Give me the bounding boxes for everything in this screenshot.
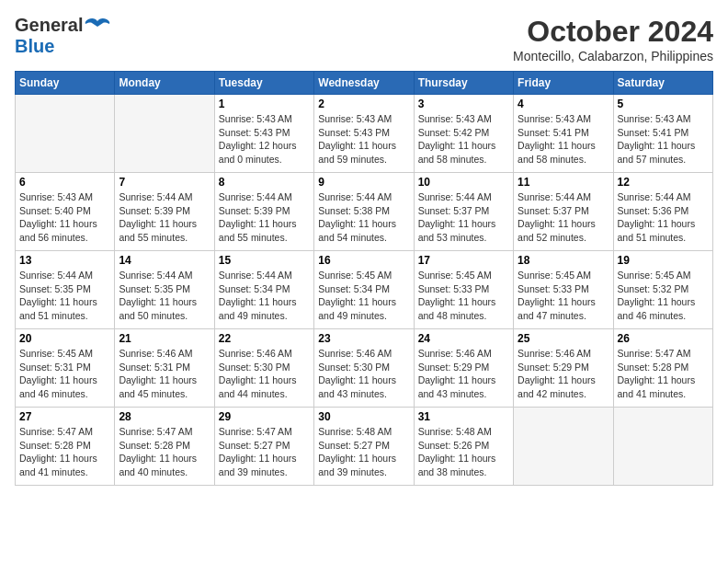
day-info: Sunrise: 5:43 AMSunset: 5:43 PMDaylight:…: [219, 112, 310, 167]
day-number: 24: [418, 332, 509, 345]
day-info: Sunrise: 5:45 AMSunset: 5:33 PMDaylight:…: [518, 269, 609, 323]
calendar-cell: [514, 408, 613, 486]
calendar-cell: 4Sunrise: 5:43 AMSunset: 5:41 PMDaylight…: [514, 95, 613, 173]
calendar-cell: 27Sunrise: 5:47 AMSunset: 5:28 PMDayligh…: [16, 408, 115, 486]
day-number: 6: [19, 176, 110, 189]
calendar-cell: 16Sunrise: 5:45 AMSunset: 5:34 PMDayligh…: [314, 251, 414, 329]
day-info: Sunrise: 5:43 AMSunset: 5:40 PMDaylight:…: [19, 190, 110, 245]
header-sunday: Sunday: [16, 72, 115, 95]
calendar-cell: 13Sunrise: 5:44 AMSunset: 5:35 PMDayligh…: [16, 251, 115, 329]
day-number: 4: [518, 98, 609, 110]
day-number: 5: [618, 98, 709, 110]
day-number: 8: [219, 176, 310, 189]
day-info: Sunrise: 5:44 AMSunset: 5:39 PMDaylight:…: [219, 190, 310, 245]
day-number: 31: [418, 410, 509, 423]
calendar-cell: 12Sunrise: 5:44 AMSunset: 5:36 PMDayligh…: [613, 173, 712, 251]
day-number: 13: [19, 254, 110, 267]
day-number: 11: [518, 176, 609, 189]
day-info: Sunrise: 5:46 AMSunset: 5:29 PMDaylight:…: [518, 347, 609, 401]
day-info: Sunrise: 5:44 AMSunset: 5:38 PMDaylight:…: [318, 190, 409, 245]
day-info: Sunrise: 5:45 AMSunset: 5:34 PMDaylight:…: [318, 269, 409, 323]
day-info: Sunrise: 5:47 AMSunset: 5:28 PMDaylight:…: [618, 347, 709, 401]
day-info: Sunrise: 5:45 AMSunset: 5:33 PMDaylight:…: [418, 269, 509, 323]
day-number: 30: [318, 410, 409, 423]
calendar-cell: 28Sunrise: 5:47 AMSunset: 5:28 PMDayligh…: [115, 408, 214, 486]
calendar-cell: 15Sunrise: 5:44 AMSunset: 5:34 PMDayligh…: [214, 251, 313, 329]
header-monday: Monday: [115, 72, 214, 95]
calendar-cell: 19Sunrise: 5:45 AMSunset: 5:32 PMDayligh…: [613, 251, 712, 329]
day-info: Sunrise: 5:44 AMSunset: 5:36 PMDaylight:…: [618, 190, 709, 245]
day-number: 23: [318, 332, 409, 345]
day-number: 17: [418, 254, 509, 267]
day-info: Sunrise: 5:46 AMSunset: 5:31 PMDaylight:…: [119, 347, 210, 401]
day-number: 20: [19, 332, 110, 345]
week-row-3: 13Sunrise: 5:44 AMSunset: 5:35 PMDayligh…: [16, 251, 713, 329]
day-number: 2: [318, 98, 409, 110]
week-row-5: 27Sunrise: 5:47 AMSunset: 5:28 PMDayligh…: [16, 408, 713, 486]
day-info: Sunrise: 5:44 AMSunset: 5:35 PMDaylight:…: [19, 269, 110, 323]
day-info: Sunrise: 5:47 AMSunset: 5:28 PMDaylight:…: [119, 425, 210, 479]
calendar-header-row: SundayMondayTuesdayWednesdayThursdayFrid…: [16, 72, 713, 95]
day-number: 18: [518, 254, 609, 267]
week-row-4: 20Sunrise: 5:45 AMSunset: 5:31 PMDayligh…: [16, 329, 713, 408]
day-info: Sunrise: 5:43 AMSunset: 5:43 PMDaylight:…: [318, 112, 409, 167]
calendar-table: SundayMondayTuesdayWednesdayThursdayFrid…: [15, 71, 713, 486]
calendar-cell: 18Sunrise: 5:45 AMSunset: 5:33 PMDayligh…: [514, 251, 613, 329]
day-info: Sunrise: 5:44 AMSunset: 5:39 PMDaylight:…: [119, 190, 210, 245]
calendar-cell: 7Sunrise: 5:44 AMSunset: 5:39 PMDaylight…: [115, 173, 214, 251]
day-number: 14: [119, 254, 210, 267]
calendar-cell: 8Sunrise: 5:44 AMSunset: 5:39 PMDaylight…: [214, 173, 313, 251]
day-number: 25: [518, 332, 609, 345]
day-info: Sunrise: 5:44 AMSunset: 5:37 PMDaylight:…: [418, 190, 509, 245]
day-info: Sunrise: 5:43 AMSunset: 5:42 PMDaylight:…: [418, 112, 509, 167]
header-tuesday: Tuesday: [214, 72, 313, 95]
calendar-cell: 1Sunrise: 5:43 AMSunset: 5:43 PMDaylight…: [214, 95, 313, 173]
calendar-cell: 5Sunrise: 5:43 AMSunset: 5:41 PMDaylight…: [613, 95, 712, 173]
day-number: 28: [119, 410, 210, 423]
calendar-cell: 9Sunrise: 5:44 AMSunset: 5:38 PMDaylight…: [314, 173, 414, 251]
day-number: 3: [418, 98, 509, 110]
calendar-cell: 6Sunrise: 5:43 AMSunset: 5:40 PMDaylight…: [16, 173, 115, 251]
calendar-cell: 25Sunrise: 5:46 AMSunset: 5:29 PMDayligh…: [514, 329, 613, 408]
header-friday: Friday: [514, 72, 613, 95]
calendar-cell: 21Sunrise: 5:46 AMSunset: 5:31 PMDayligh…: [115, 329, 214, 408]
day-info: Sunrise: 5:45 AMSunset: 5:31 PMDaylight:…: [19, 347, 110, 401]
day-info: Sunrise: 5:48 AMSunset: 5:27 PMDaylight:…: [318, 425, 409, 479]
calendar-cell: 26Sunrise: 5:47 AMSunset: 5:28 PMDayligh…: [613, 329, 712, 408]
calendar-cell: 31Sunrise: 5:48 AMSunset: 5:26 PMDayligh…: [414, 408, 513, 486]
week-row-2: 6Sunrise: 5:43 AMSunset: 5:40 PMDaylight…: [16, 173, 713, 251]
day-number: 26: [618, 332, 709, 345]
calendar-cell: 22Sunrise: 5:46 AMSunset: 5:30 PMDayligh…: [214, 329, 313, 408]
day-number: 12: [618, 176, 709, 189]
title-section: October 2024 Montecillo, Calabarzon, Phi…: [513, 15, 713, 63]
header-saturday: Saturday: [613, 72, 712, 95]
calendar-cell: 29Sunrise: 5:47 AMSunset: 5:27 PMDayligh…: [214, 408, 313, 486]
calendar-cell: 3Sunrise: 5:43 AMSunset: 5:42 PMDaylight…: [414, 95, 513, 173]
calendar-cell: [613, 408, 712, 486]
day-number: 9: [318, 176, 409, 189]
day-info: Sunrise: 5:46 AMSunset: 5:30 PMDaylight:…: [219, 347, 310, 401]
month-title: October 2024: [513, 15, 713, 49]
calendar-cell: [16, 95, 115, 173]
day-info: Sunrise: 5:44 AMSunset: 5:34 PMDaylight:…: [219, 269, 310, 323]
day-number: 21: [119, 332, 210, 345]
day-number: 1: [219, 98, 310, 110]
header-wednesday: Wednesday: [314, 72, 414, 95]
day-info: Sunrise: 5:43 AMSunset: 5:41 PMDaylight:…: [518, 112, 609, 167]
day-info: Sunrise: 5:43 AMSunset: 5:41 PMDaylight:…: [618, 112, 709, 167]
day-number: 16: [318, 254, 409, 267]
logo-blue-text: Blue: [15, 36, 54, 56]
page-header: General Blue October 2024 Montecillo, Ca…: [15, 15, 713, 63]
calendar-cell: 17Sunrise: 5:45 AMSunset: 5:33 PMDayligh…: [414, 251, 513, 329]
day-info: Sunrise: 5:46 AMSunset: 5:30 PMDaylight:…: [318, 347, 409, 401]
day-info: Sunrise: 5:47 AMSunset: 5:27 PMDaylight:…: [219, 425, 310, 479]
day-number: 15: [219, 254, 310, 267]
calendar-cell: 11Sunrise: 5:44 AMSunset: 5:37 PMDayligh…: [514, 173, 613, 251]
day-number: 29: [219, 410, 310, 423]
calendar-cell: 2Sunrise: 5:43 AMSunset: 5:43 PMDaylight…: [314, 95, 414, 173]
day-number: 10: [418, 176, 509, 189]
day-info: Sunrise: 5:46 AMSunset: 5:29 PMDaylight:…: [418, 347, 509, 401]
day-info: Sunrise: 5:44 AMSunset: 5:37 PMDaylight:…: [518, 190, 609, 245]
logo: General Blue: [15, 15, 110, 57]
day-info: Sunrise: 5:47 AMSunset: 5:28 PMDaylight:…: [19, 425, 110, 479]
